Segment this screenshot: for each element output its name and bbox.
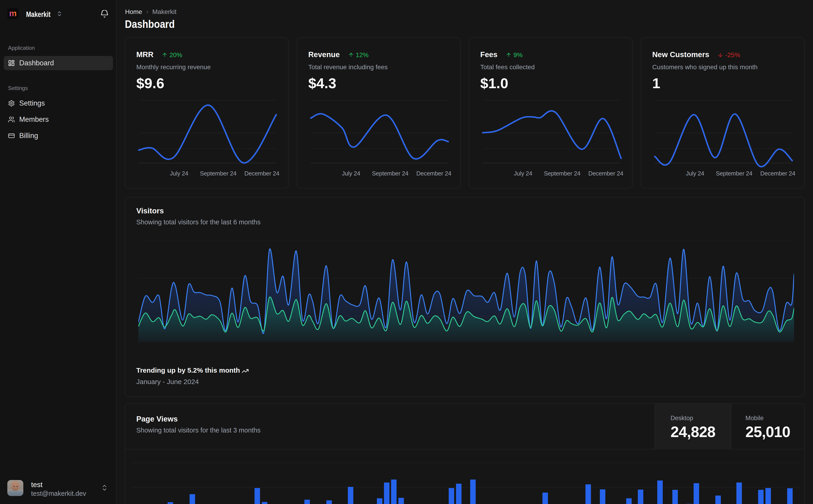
- svg-text:m: m: [9, 9, 17, 18]
